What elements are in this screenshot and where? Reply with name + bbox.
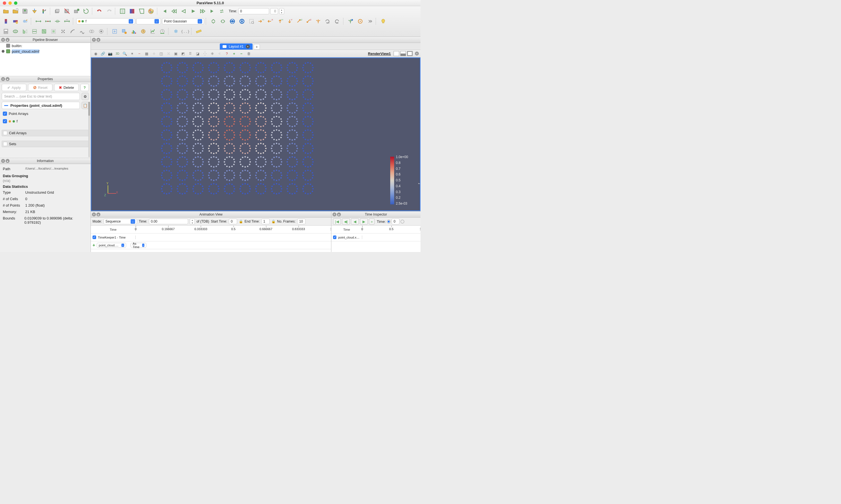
maximize-icon[interactable] [407,51,413,56]
grow-selection-icon[interactable]: ⁜ [209,51,215,57]
copy-button[interactable]: 📋 [82,102,89,109]
extract-grid-icon[interactable] [49,27,58,36]
arrows-custom-icon[interactable] [44,17,52,25]
add-track-row[interactable]: + point_cloud.xdmf⌄ As Time⌄ [91,243,136,248]
time-index-field[interactable]: 0 [270,8,278,14]
link-camera-icon[interactable]: 🔗 [100,51,106,57]
color-palette-icon[interactable] [40,7,48,15]
add-icon[interactable]: + [92,243,95,248]
time-radio[interactable] [387,220,391,223]
time-spinner[interactable]: ▲▼ [279,8,284,14]
time-inspector-timeline[interactable]: Time 00.51 ✓ point_cloud.xdmf [332,226,420,252]
calculator-filter-icon[interactable] [118,7,127,15]
stream-tracer-icon[interactable] [68,27,77,36]
trash-icon[interactable]: 🗑 [246,51,252,57]
point-arrays-check[interactable]: ✓ Point Arrays [2,111,89,116]
select-block-icon[interactable]: ▣ [173,51,179,57]
ti-reverse-icon[interactable]: ◀ [351,218,359,224]
animation-time-spinner[interactable]: ▲▼ [190,218,195,224]
reset-camera-icon[interactable] [209,17,217,25]
rescale-icon[interactable] [21,17,29,25]
hover-points-icon[interactable]: ⁛ [202,51,208,57]
help-button[interactable]: ? [80,84,89,91]
minus-icon[interactable]: − [136,51,142,57]
edit-colormap-icon[interactable] [11,17,20,25]
zoom-to-data-icon[interactable] [238,17,246,25]
selection-display-icon[interactable] [110,27,119,36]
vcr-play-icon[interactable] [189,7,197,15]
glyph-icon[interactable] [59,27,67,36]
pipeline-source[interactable]: point_cloud.xdmf [0,49,91,54]
select-cells-on-icon[interactable]: ▦ [144,51,150,57]
calculator-icon[interactable] [2,27,10,36]
contour-icon[interactable] [11,27,20,36]
float-panel-icon[interactable]: ▸ [96,38,100,42]
lock-icon[interactable]: 🔒 [239,219,243,223]
contour-filter-icon[interactable] [128,7,136,15]
isometric-icon[interactable] [314,17,322,25]
reset-button[interactable]: ⊘Reset [28,84,53,91]
component-combo[interactable]: ⌄ [136,18,161,24]
subtract-selection-icon[interactable]: − [238,51,245,57]
slice-icon[interactable] [30,27,39,36]
recent-files-icon[interactable] [11,7,20,15]
pipeline-browser[interactable]: builtin: point_cloud.xdmf [0,43,91,76]
ti-source-row[interactable]: ✓ point_cloud.xdmf [332,235,362,239]
checkbox-icon[interactable] [3,142,7,146]
ti-play-icon[interactable]: ▶ [360,218,368,224]
sets-check[interactable]: Sets [2,141,89,147]
plot-data-icon[interactable] [148,27,157,36]
connect-icon[interactable] [53,7,62,15]
split-v-icon[interactable] [400,51,406,56]
close-tab-icon[interactable]: × [246,44,250,49]
arrows-x-icon[interactable] [34,17,42,25]
interactive-select-points-icon[interactable]: ⠿ [187,51,193,57]
extract-icon[interactable] [30,7,39,15]
3d-icon[interactable]: 3D [114,51,121,57]
load-palette-icon[interactable] [147,7,155,15]
group-icon[interactable] [88,27,96,36]
scalar-bar-icon[interactable] [2,17,10,25]
animation-timeline[interactable]: Time 00.1666670.3333330.50.6666670.83333… [91,226,331,252]
checkbox-icon[interactable]: ✓ [3,111,7,116]
checkbox-icon[interactable]: ✓ [3,119,7,123]
reset-camera-x-icon[interactable] [228,17,237,25]
select-cells-through-icon[interactable]: ◫ [158,51,164,57]
arrows-range-icon[interactable] [53,17,62,25]
save-data-icon[interactable] [21,7,29,15]
undo-icon[interactable] [95,7,104,15]
rotate-cw-icon[interactable]: +90 [323,17,332,25]
visibility-icon[interactable] [2,50,4,53]
layout-tab[interactable]: Layout #1 × [220,43,253,50]
coloring-combo[interactable]: f ⌄ [76,18,135,24]
delete-button[interactable]: ✖Delete [54,84,79,91]
shrink-selection-icon[interactable]: ⁖ [216,51,222,57]
ti-time-field[interactable]: 0 [392,218,399,224]
render-view-label[interactable]: RenderView1 [368,52,391,56]
center-icon[interactable]: ✶ [129,51,135,57]
minus-z-icon[interactable]: -Z [304,17,313,25]
open-file-icon[interactable] [2,7,10,15]
select-points-through-icon[interactable]: ⁙ [165,51,172,57]
show-center-icon[interactable] [356,17,364,25]
cell-arrays-check[interactable]: Cell Arrays [2,130,89,136]
checkbox-icon[interactable]: ✓ [92,235,96,239]
minus-y-icon[interactable]: -Y [285,17,294,25]
disconnect-icon[interactable] [63,7,71,15]
f-array-check[interactable]: ✓ f [2,118,89,124]
checkbox-icon[interactable] [3,131,7,135]
rotate-ccw-icon[interactable]: -90 [333,17,341,25]
vcr-reverse-icon[interactable] [179,7,188,15]
histogram-icon[interactable] [129,27,138,36]
advanced-toggle-icon[interactable]: ⚙ [82,93,89,100]
ruler-icon[interactable] [195,27,203,36]
scrollbar[interactable] [88,102,90,157]
color-legend[interactable]: 1.0e+000.80.70.60.50.40.30.22.5e-03 f [390,155,416,208]
extract-block-icon[interactable]: ❄ [172,27,180,36]
copy-camera-icon[interactable]: ◉ [92,51,99,57]
pick-center-icon[interactable] [346,17,355,25]
time-field[interactable]: 0 [238,8,269,14]
threshold-icon[interactable] [40,27,48,36]
ti-back-icon[interactable]: ◀| [342,218,350,224]
render-view[interactable]: Y X Z 1.0e+000.80.70.60.50.40.30.22.5e-0… [91,57,420,211]
